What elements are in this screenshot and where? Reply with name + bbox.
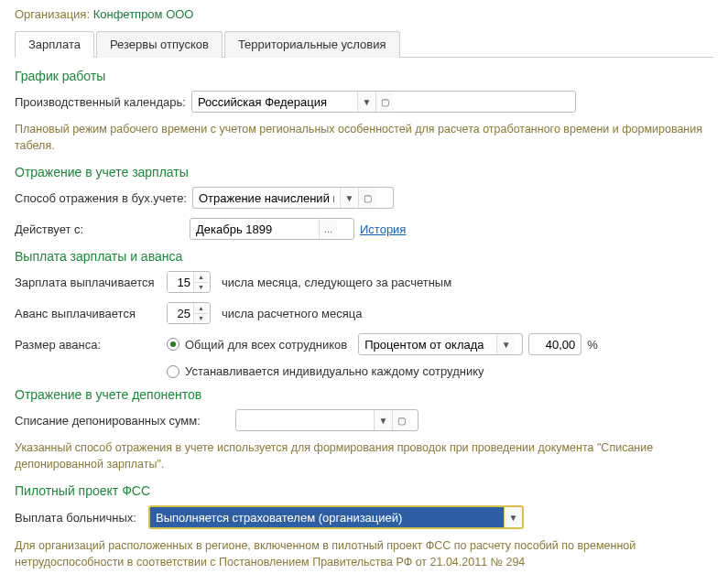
dropdown-icon[interactable]: ▼ [496,334,515,354]
calendar-select[interactable]: ▼ ▢ [191,91,576,113]
advance-day-input[interactable] [168,303,193,323]
advance-amount-label: Размер аванса: [15,338,161,352]
section-salary-reflect-title: Отражение в учете зарплаты [15,165,713,179]
open-icon[interactable]: ▢ [375,92,394,112]
section-deponent-title: Отражение в учете депонентов [15,387,713,402]
advance-pay-post: числа расчетного месяца [222,307,362,320]
history-link[interactable]: История [360,222,406,236]
method-label: Способ отражения в бух.учете: [15,191,187,205]
radio-individual[interactable] [167,365,179,378]
advance-day-spinner[interactable]: ▲ ▼ [167,302,211,324]
radio-common-label: Общий для всех сотрудников [185,338,347,352]
effective-input[interactable] [190,219,319,239]
writeoff-input[interactable] [236,410,374,430]
spinner-down-icon[interactable]: ▼ [194,283,208,293]
writeoff-select[interactable]: ▼ ▢ [235,409,418,431]
open-icon[interactable]: ▢ [358,188,376,208]
tab-salary[interactable]: Зарплата [15,31,94,58]
fss-hint: Для организаций расположенных в регионе,… [15,538,713,570]
schedule-hint: Плановый режим рабочего времени с учетом… [15,122,713,154]
effective-input-group[interactable]: … [190,218,354,240]
writeoff-label: Списание депонированных сумм: [15,414,230,428]
salary-day-spinner[interactable]: ▲ ▼ [167,271,211,293]
method-select[interactable]: ▼ ▢ [192,187,394,209]
spinner-up-icon[interactable]: ▲ [194,272,208,283]
sick-label: Выплата больничных: [15,511,143,525]
spinner-down-icon[interactable]: ▼ [194,314,208,324]
percent-sign: % [587,338,598,352]
sick-value[interactable]: Выполняется страхователем (организацией) [150,507,504,527]
sick-select[interactable]: Выполняется страхователем (организацией)… [148,505,524,529]
spinner-up-icon[interactable]: ▲ [194,303,208,314]
section-payout-title: Выплата зарплаты и аванса [15,249,713,264]
section-fss-title: Пилотный проект ФСС [15,483,713,498]
percent-value-input[interactable] [528,333,581,355]
percent-mode-select[interactable]: ▼ [358,333,523,355]
radio-common[interactable] [167,338,179,351]
organization-value: Конфетпром ООО [93,7,194,21]
tabs: Зарплата Резервы отпусков Территориальны… [15,30,713,58]
deponent-hint: Указанный способ отражения в учете испол… [15,440,713,472]
ellipsis-icon[interactable]: … [319,219,337,239]
tab-reserves[interactable]: Резервы отпусков [96,31,223,58]
salary-pay-post: числа месяца, следующего за расчетным [222,276,451,289]
calendar-input[interactable] [192,92,357,112]
organization-row: Организация: Конфетпром ООО [15,7,713,21]
radio-individual-label: Устанавливается индивидуально каждому со… [185,364,484,378]
advance-pay-label: Аванс выплачивается [15,307,161,320]
dropdown-icon[interactable]: ▼ [374,410,392,430]
salary-pay-label: Зарплата выплачивается [15,276,161,289]
salary-day-input[interactable] [168,272,193,292]
open-icon[interactable]: ▢ [392,410,410,430]
percent-mode-input[interactable] [359,334,496,354]
dropdown-icon[interactable]: ▼ [504,507,522,527]
dropdown-icon[interactable]: ▼ [357,92,375,112]
method-input[interactable] [193,188,340,208]
effective-label: Действует с: [15,222,184,236]
tab-territorial[interactable]: Территориальные условия [224,31,400,58]
section-schedule-title: График работы [15,69,713,83]
dropdown-icon[interactable]: ▼ [340,188,358,208]
calendar-label: Производственный календарь: [15,95,186,109]
organization-label: Организация: [15,7,90,21]
